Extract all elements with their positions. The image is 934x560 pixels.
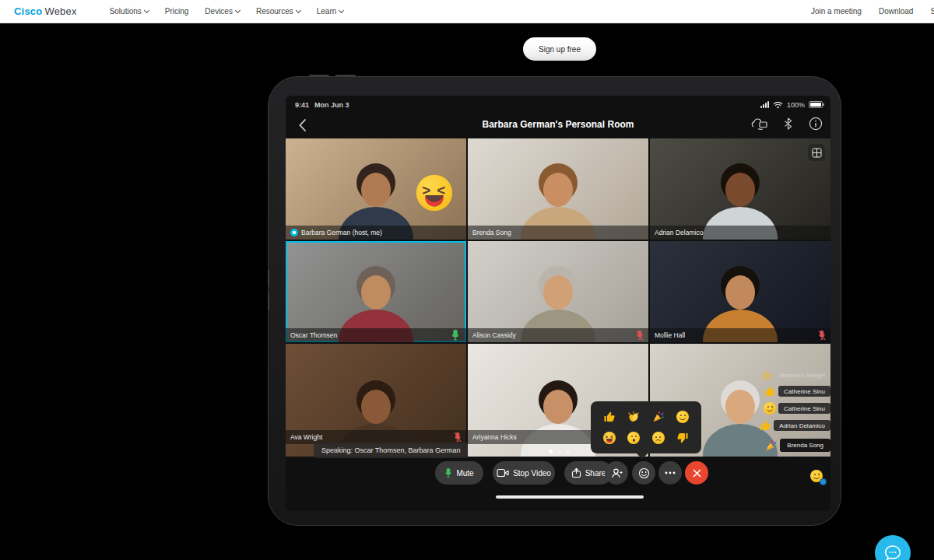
thumbs-up-icon bbox=[764, 385, 776, 397]
participant-name-chip: Mollie Hall bbox=[650, 328, 830, 342]
surprised-reaction-button[interactable] bbox=[625, 429, 642, 446]
chevron-down-icon bbox=[235, 7, 241, 12]
page-dot bbox=[557, 450, 561, 453]
speaking-indicator-icon bbox=[290, 229, 298, 236]
grid-view-icon[interactable] bbox=[808, 144, 825, 161]
sign-up-free-button[interactable]: Sign up free bbox=[523, 37, 596, 61]
reactions-button[interactable] bbox=[632, 461, 655, 485]
participant-name-chip: Brenda Song bbox=[468, 226, 648, 240]
nav-item-resources[interactable]: Resources bbox=[256, 7, 300, 16]
floating-reaction-chip[interactable] bbox=[805, 464, 828, 488]
page-dot bbox=[566, 450, 570, 453]
logo-cisco-text: Cisco bbox=[14, 5, 42, 17]
nav-item-sign-in[interactable]: Sign in bbox=[930, 7, 934, 16]
nav-item-pricing[interactable]: Pricing bbox=[165, 7, 189, 16]
speaking-banner: Speaking: Oscar Thomsen, Barbara German bbox=[314, 443, 468, 458]
mic-muted-icon bbox=[454, 432, 462, 443]
mic-icon bbox=[444, 467, 452, 478]
status-time: 9:41 bbox=[295, 101, 309, 109]
smile-icon bbox=[764, 402, 776, 415]
meeting-title: Barbara German's Personal Room bbox=[286, 119, 830, 130]
mic-muted-icon bbox=[818, 330, 826, 341]
chevron-down-icon bbox=[296, 7, 301, 12]
reaction-badge-dot bbox=[820, 478, 827, 485]
participant-tile-ava-wright[interactable]: Ava Wright bbox=[286, 344, 466, 457]
nav-right-group: Join a meeting Download Sign in bbox=[811, 7, 934, 16]
smiley-icon bbox=[638, 467, 650, 479]
thumbs-down-reaction-button[interactable] bbox=[674, 429, 691, 446]
thumbs-up-icon bbox=[759, 419, 771, 432]
battery-icon bbox=[809, 101, 823, 108]
tablet-side-button bbox=[268, 270, 269, 287]
more-dots-icon bbox=[665, 471, 676, 474]
nav-item-devices[interactable]: Devices bbox=[205, 7, 240, 16]
thumbs-up-reaction-button[interactable] bbox=[601, 408, 618, 425]
mic-on-icon bbox=[449, 329, 462, 341]
top-navbar: CiscoWebex Solutions Pricing Devices Res… bbox=[0, 0, 934, 23]
close-icon bbox=[693, 469, 701, 478]
laugh-reaction-button[interactable] bbox=[601, 429, 618, 446]
battery-percent: 100% bbox=[787, 101, 805, 109]
thumbs-up-icon bbox=[760, 369, 773, 381]
call-header: Barbara German's Personal Room bbox=[286, 113, 830, 138]
stop-video-button[interactable]: Stop Video bbox=[493, 461, 555, 485]
nav-item-learn[interactable]: Learn bbox=[317, 7, 344, 16]
party-icon bbox=[765, 439, 778, 452]
laugh-reaction-emoji bbox=[416, 175, 452, 211]
participant-tile-barbara-german[interactable]: Barbara German (host, me) bbox=[286, 138, 466, 240]
nav-menu: Solutions Pricing Devices Resources Lear… bbox=[110, 7, 344, 16]
reaction-feed-item: Catherine Sinu bbox=[764, 385, 830, 397]
reaction-feed-item: Adrian Delamico bbox=[759, 419, 830, 432]
tablet-top-button bbox=[335, 75, 356, 77]
reaction-feed-item: Catherine Sinu bbox=[764, 402, 830, 415]
status-bar: 9:41 Mon Jun 3 100% bbox=[286, 96, 830, 113]
bluetooth-icon[interactable] bbox=[779, 115, 796, 132]
chat-bubble-icon bbox=[883, 544, 902, 560]
mic-muted-icon bbox=[636, 330, 644, 341]
reaction-feed-item: Brandon Seegel bbox=[760, 369, 830, 381]
home-indicator[interactable] bbox=[496, 495, 644, 499]
participant-tile-oscar-thomsen[interactable]: Oscar Thomsen bbox=[286, 241, 466, 342]
tablet-screen: 9:41 Mon Jun 3 100% Barbara German's Per… bbox=[286, 96, 830, 511]
participant-grid: Barbara German (host, me) Brenda Song Ad… bbox=[286, 138, 830, 457]
webex-logo[interactable]: CiscoWebex bbox=[14, 5, 77, 17]
reaction-feed-item: Brenda Song bbox=[765, 439, 830, 452]
nav-item-join-meeting[interactable]: Join a meeting bbox=[811, 7, 862, 16]
participant-tile-alison-cassidy[interactable]: Alison Cassidy bbox=[468, 241, 648, 342]
participants-icon bbox=[611, 467, 623, 479]
participant-tile-brenda-song[interactable]: Brenda Song bbox=[468, 138, 648, 240]
party-reaction-button[interactable] bbox=[650, 408, 667, 425]
nav-item-download[interactable]: Download bbox=[879, 7, 913, 16]
status-date: Mon Jun 3 bbox=[314, 101, 349, 109]
mute-button[interactable]: Mute bbox=[435, 461, 483, 485]
clap-reaction-button[interactable] bbox=[625, 408, 642, 425]
participant-name-chip: Barbara German (host, me) bbox=[286, 226, 466, 240]
camera-icon bbox=[497, 468, 509, 478]
tablet-side-button bbox=[268, 293, 269, 310]
tablet-device-frame: 9:41 Mon Jun 3 100% Barbara German's Per… bbox=[268, 76, 841, 526]
connect-device-icon[interactable] bbox=[751, 115, 768, 132]
end-call-button[interactable] bbox=[685, 461, 708, 485]
more-options-button[interactable] bbox=[658, 461, 682, 485]
cellular-signal-icon bbox=[760, 101, 769, 108]
page-dot-active bbox=[549, 450, 553, 453]
logo-webex-text: Webex bbox=[44, 5, 76, 17]
chevron-down-icon bbox=[144, 7, 149, 12]
participant-name-chip: Alison Cassidy bbox=[468, 328, 648, 342]
tablet-top-button bbox=[309, 75, 329, 77]
smile-reaction-button[interactable] bbox=[674, 408, 691, 425]
nav-item-solutions[interactable]: Solutions bbox=[110, 7, 149, 16]
sad-reaction-button[interactable] bbox=[650, 429, 667, 446]
chevron-down-icon bbox=[339, 7, 344, 12]
reaction-panel bbox=[591, 401, 701, 453]
wifi-icon bbox=[773, 100, 783, 109]
participant-tile-mollie-hall[interactable]: Mollie Hall bbox=[650, 241, 830, 342]
participant-name-chip: Adrian Delamico bbox=[650, 226, 830, 240]
page-dots[interactable] bbox=[549, 450, 570, 453]
participant-name-chip: Oscar Thomsen bbox=[286, 328, 466, 342]
info-icon[interactable] bbox=[807, 115, 824, 132]
participant-tile-adrian-delamico[interactable]: Adrian Delamico bbox=[650, 138, 830, 240]
participants-button[interactable] bbox=[605, 461, 628, 485]
call-control-bar: Mute Stop Video Share bbox=[286, 461, 830, 486]
share-icon bbox=[571, 467, 581, 478]
